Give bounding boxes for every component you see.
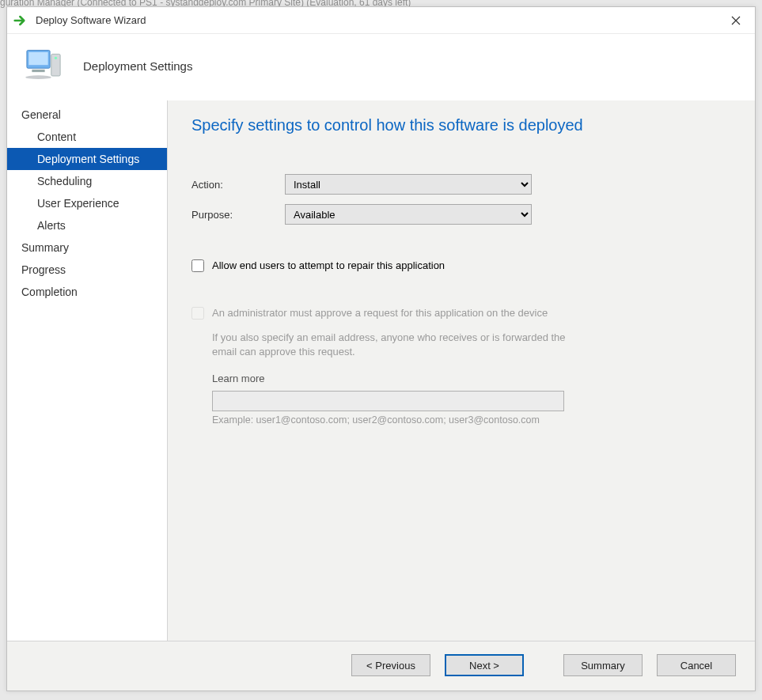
allow-repair-checkbox[interactable] — [191, 259, 204, 272]
admin-approve-label: An administrator must approve a request … — [212, 307, 548, 319]
allow-repair-label: Allow end users to attempt to repair thi… — [212, 259, 445, 271]
wizard-sidebar: General Content Deployment Settings Sche… — [7, 100, 168, 641]
learn-more-link[interactable]: Learn more — [212, 373, 725, 384]
sidebar-item-user-experience[interactable]: User Experience — [7, 192, 167, 214]
sidebar-item-general[interactable]: General — [7, 104, 167, 126]
computer-icon — [23, 45, 64, 86]
summary-button[interactable]: Summary — [563, 654, 643, 676]
example-hint: Example: user1@contoso.com; user2@contos… — [212, 414, 725, 426]
deploy-arrow-icon — [13, 13, 29, 28]
close-button[interactable] — [720, 9, 752, 32]
page-title: Specify settings to control how this sof… — [191, 116, 725, 134]
titlebar: Deploy Software Wizard — [7, 7, 755, 34]
wizard-footer: < Previous Next > Summary Cancel — [7, 641, 755, 691]
page-header-title: Deployment Settings — [83, 59, 192, 73]
next-button[interactable]: Next > — [445, 654, 524, 676]
sidebar-item-scheduling[interactable]: Scheduling — [7, 170, 167, 192]
previous-button[interactable]: < Previous — [351, 654, 430, 676]
sidebar-item-alerts[interactable]: Alerts — [7, 214, 167, 236]
sidebar-item-content[interactable]: Content — [7, 126, 167, 148]
content-panel: Specify settings to control how this sof… — [168, 100, 755, 641]
purpose-label: Purpose: — [191, 209, 285, 221]
admin-approve-checkbox — [191, 307, 204, 320]
wizard-window: Deploy Software Wizard Deployment Settin… — [6, 6, 756, 691]
sidebar-item-summary[interactable]: Summary — [7, 236, 167, 259]
cancel-button[interactable]: Cancel — [657, 654, 736, 676]
wizard-header: Deployment Settings — [7, 34, 755, 100]
action-label: Action: — [191, 179, 285, 191]
approver-email-input — [212, 391, 564, 411]
svg-point-5 — [25, 75, 51, 79]
svg-rect-2 — [32, 70, 44, 72]
svg-rect-1 — [28, 52, 47, 65]
sidebar-item-progress[interactable]: Progress — [7, 259, 167, 281]
window-title: Deploy Software Wizard — [36, 14, 720, 26]
sidebar-item-deployment-settings[interactable]: Deployment Settings — [7, 148, 167, 170]
approve-hint-text: If you also specify an email address, an… — [212, 331, 584, 358]
purpose-select[interactable]: Available — [285, 204, 532, 225]
action-select[interactable]: Install — [285, 174, 532, 195]
sidebar-item-completion[interactable]: Completion — [7, 281, 167, 303]
svg-point-4 — [55, 57, 57, 59]
